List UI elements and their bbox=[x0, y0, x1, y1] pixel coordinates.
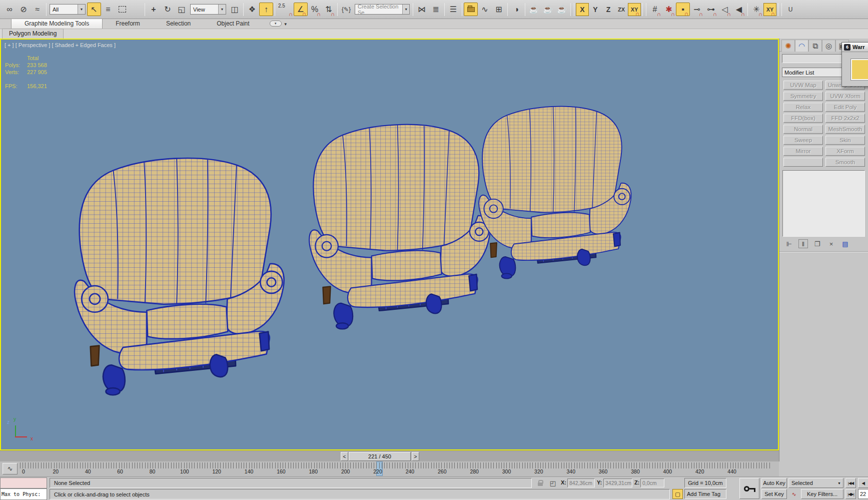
axis-constraint-z-button[interactable]: Z bbox=[602, 3, 615, 16]
graphite-ribbon-toggle[interactable] bbox=[464, 3, 478, 16]
modifier-button-relax[interactable]: Relax bbox=[783, 103, 823, 112]
configure-modifier-sets-icon[interactable]: ▤ bbox=[840, 239, 850, 248]
select-and-rotate-button[interactable]: ↻ bbox=[161, 3, 175, 16]
percent-snap-toggle[interactable]: % ∩ bbox=[308, 3, 322, 16]
wireframe-armchair-left[interactable] bbox=[75, 158, 284, 395]
material-editor-button[interactable]: ◑ bbox=[509, 3, 523, 16]
key-step-toggle[interactable]: |◀▶| bbox=[845, 489, 856, 499]
modifier-button-normal[interactable]: Normal bbox=[783, 125, 823, 134]
manage-layers-button[interactable]: ☰ bbox=[446, 3, 460, 16]
modifier-button-meshsmooth[interactable]: MeshSmooth bbox=[825, 125, 865, 134]
select-and-manipulate-button[interactable]: ❖ bbox=[245, 3, 259, 16]
modifier-stack-list[interactable] bbox=[782, 170, 865, 237]
wireframe-armchair-middle[interactable] bbox=[309, 125, 490, 329]
modifier-button-smooth[interactable]: Smooth bbox=[825, 158, 865, 167]
pivot-snap-toggle[interactable]: ✱ ∩ bbox=[662, 3, 676, 16]
floating-warning-window[interactable]: 6 Warr bbox=[841, 42, 868, 87]
keyboard-override-toggle[interactable]: ↑ bbox=[259, 3, 273, 16]
toolbar-partial-button[interactable]: U bbox=[783, 3, 797, 16]
default-tangent-button[interactable]: ∿ bbox=[788, 489, 799, 499]
unlink-selection-icon[interactable]: ⊘ bbox=[17, 3, 31, 16]
modifier-button-uvw-map[interactable]: UVW Map bbox=[783, 81, 823, 90]
tab-freeform[interactable]: Freeform bbox=[103, 19, 153, 29]
time-slider-thumb[interactable]: 221 / 450 bbox=[349, 452, 411, 461]
rendered-frame-window-button[interactable]: ☕ bbox=[541, 3, 555, 16]
render-production-button[interactable]: ☕ bbox=[555, 3, 569, 16]
axis-constraint-xy-button[interactable]: XY ∩ bbox=[628, 3, 641, 16]
maxscript-mini-listener-pink[interactable] bbox=[0, 477, 47, 488]
trackbar-ruler[interactable] bbox=[20, 462, 770, 468]
window-crossing-toggle[interactable] bbox=[129, 3, 143, 16]
color-swatch[interactable] bbox=[851, 59, 868, 80]
remove-modifier-icon[interactable]: × bbox=[826, 239, 836, 248]
previous-frame-button[interactable]: ◀| bbox=[858, 478, 868, 488]
select-by-name-button[interactable]: ≡ bbox=[101, 3, 115, 16]
select-and-link-icon[interactable]: ∞ bbox=[3, 3, 17, 16]
vertex-snap-toggle[interactable]: ▪ ∩ bbox=[676, 3, 690, 16]
set-key-button[interactable]: Set Key bbox=[761, 489, 787, 499]
modifier-button-skin[interactable]: Skin bbox=[825, 136, 865, 145]
ribbon-options-caret[interactable]: ▼ bbox=[284, 22, 288, 27]
curve-editor-button[interactable]: ∿ bbox=[478, 3, 492, 16]
midpoint-snap-toggle[interactable]: ⊶ ∩ bbox=[704, 3, 718, 16]
select-and-scale-button[interactable]: ◱ bbox=[175, 3, 189, 16]
endpoint-snap-toggle[interactable]: ⊸ ∩ bbox=[690, 3, 704, 16]
absolute-offset-toggle[interactable]: ◰ bbox=[548, 478, 558, 488]
mirror-button[interactable]: ⋈ bbox=[415, 3, 429, 16]
isolate-selection-toggle[interactable]: ▢ bbox=[672, 489, 683, 499]
modifier-button-mirror[interactable]: Mirror bbox=[783, 147, 823, 156]
set-keys-button[interactable] bbox=[739, 478, 759, 499]
previous-frame-arrow[interactable]: < bbox=[341, 452, 348, 461]
modifier-button-xform[interactable]: XForm bbox=[825, 147, 865, 156]
x-coordinate-field[interactable]: 842,36cm bbox=[567, 478, 595, 487]
modifier-button-symmetry[interactable]: Symmetry bbox=[783, 92, 823, 101]
pin-stack-icon[interactable]: ⊩ bbox=[784, 239, 794, 248]
named-selection-set-dropdown[interactable]: Create Selection Se ▼ bbox=[355, 4, 410, 15]
modify-panel-tab[interactable]: ◠ bbox=[795, 40, 808, 52]
time-slider[interactable]: < 221 / 450 > bbox=[0, 450, 779, 461]
modifier-button-ffd-box-[interactable]: FFD(box) bbox=[783, 114, 823, 123]
align-button[interactable]: ≣ bbox=[429, 3, 443, 16]
modifier-button-sweep[interactable]: Sweep bbox=[783, 136, 823, 145]
reference-coordinate-dropdown[interactable]: View ▼ bbox=[190, 4, 226, 15]
motion-panel-tab[interactable]: ◎ bbox=[822, 40, 835, 52]
perspective-viewport[interactable]: [ + ] [ Perspective ] [ Shaded + Edged F… bbox=[0, 39, 779, 450]
key-mode-dropdown[interactable]: Selected ▼ bbox=[788, 478, 843, 488]
current-frame-field[interactable]: 22 bbox=[858, 489, 868, 499]
xy-snap-toggle[interactable]: XY ∩ bbox=[763, 3, 776, 16]
auto-key-button[interactable]: Auto Key bbox=[761, 478, 787, 488]
wireframe-armchair-right[interactable] bbox=[479, 106, 631, 278]
grid-snap-toggle[interactable]: # ∩ bbox=[648, 3, 662, 16]
subtab-polygon-modeling[interactable]: Polygon Modeling bbox=[2, 29, 64, 39]
maxscript-mini-listener-white[interactable]: Max to Physc: bbox=[0, 488, 47, 500]
render-setup-button[interactable]: ☕ bbox=[527, 3, 541, 16]
ribbon-minimize-button[interactable]: ▼ bbox=[270, 21, 282, 27]
modifier-button-edit-poly[interactable]: Edit Poly bbox=[825, 103, 865, 112]
modifier-button-blank[interactable] bbox=[783, 158, 823, 167]
add-time-tag[interactable]: Add Time Tag bbox=[684, 489, 726, 499]
axis-constraint-y-button[interactable]: Y bbox=[589, 3, 602, 16]
point-snap-toggle[interactable]: ✳ ∩ bbox=[749, 3, 763, 16]
y-coordinate-field[interactable]: 3429,31cm bbox=[603, 478, 632, 487]
select-object-button[interactable]: ↖ bbox=[87, 3, 101, 16]
show-end-result-icon[interactable]: ‖ bbox=[798, 239, 808, 248]
angle-snap-toggle[interactable]: ∠ ∩ bbox=[294, 3, 308, 16]
tab-graphite-modeling-tools[interactable]: Graphite Modeling Tools bbox=[11, 19, 103, 29]
go-to-start-button[interactable]: |◀◀ bbox=[845, 478, 856, 488]
selection-lock-toggle[interactable] bbox=[535, 478, 545, 488]
modifier-button-ffd-2x2x2[interactable]: FFD 2x2x2 bbox=[825, 114, 865, 123]
snaps-toggle-25-button[interactable]: 2.5 ∩ bbox=[277, 3, 294, 16]
next-frame-arrow[interactable]: > bbox=[412, 452, 419, 461]
edit-named-selection-sets-button[interactable]: {✎} bbox=[339, 3, 353, 16]
floating-window-titlebar[interactable]: 6 Warr bbox=[842, 43, 868, 52]
selection-filter-dropdown[interactable]: All ▼ bbox=[50, 4, 86, 15]
schematic-view-button[interactable]: ⊞ bbox=[492, 3, 506, 16]
make-unique-icon[interactable]: ❐ bbox=[812, 239, 822, 248]
create-panel-tab[interactable]: ✺ bbox=[781, 40, 795, 52]
hierarchy-panel-tab[interactable]: ⧉ bbox=[808, 40, 822, 52]
key-filters-button[interactable]: Key Filters... bbox=[801, 489, 843, 499]
face-center-snap-toggle[interactable]: ◀ ∩ bbox=[732, 3, 746, 16]
use-pivot-center-button[interactable]: ◫ bbox=[228, 3, 242, 16]
track-bar[interactable]: ∿ 02040608010012014016018020022024026028… bbox=[0, 461, 779, 476]
rectangular-selection-region-button[interactable] bbox=[115, 3, 129, 16]
